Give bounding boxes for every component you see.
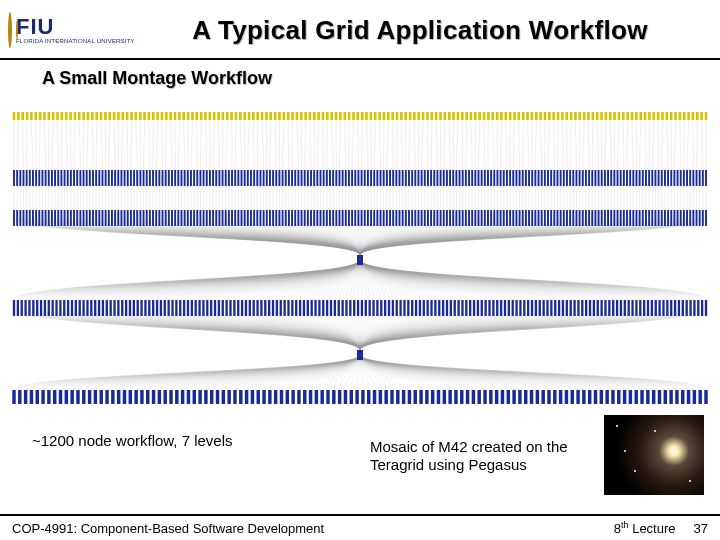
svg-rect-864 xyxy=(489,390,492,404)
svg-rect-98 xyxy=(439,112,442,120)
svg-rect-97 xyxy=(435,112,438,120)
svg-rect-125 xyxy=(557,112,560,120)
svg-rect-745 xyxy=(570,300,572,316)
svg-rect-167 xyxy=(35,170,37,186)
svg-rect-393 xyxy=(54,210,56,226)
svg-rect-67 xyxy=(304,112,307,120)
svg-rect-11 xyxy=(61,112,64,120)
svg-rect-870 xyxy=(524,390,527,404)
svg-rect-554 xyxy=(563,210,565,226)
svg-rect-441 xyxy=(206,210,208,226)
svg-rect-729 xyxy=(508,300,510,316)
svg-rect-793 xyxy=(76,390,79,404)
svg-rect-677 xyxy=(307,300,309,316)
svg-rect-472 xyxy=(304,210,306,226)
svg-rect-716 xyxy=(457,300,459,316)
svg-rect-895 xyxy=(669,390,672,404)
svg-rect-602 xyxy=(17,300,19,316)
svg-rect-45 xyxy=(209,112,212,120)
svg-rect-731 xyxy=(515,300,517,316)
svg-rect-474 xyxy=(310,210,312,226)
svg-rect-691 xyxy=(361,300,363,316)
svg-rect-81 xyxy=(365,112,368,120)
svg-rect-57 xyxy=(261,112,264,120)
svg-rect-562 xyxy=(588,210,590,226)
svg-rect-411 xyxy=(111,210,113,226)
svg-rect-592 xyxy=(683,210,685,226)
svg-rect-580 xyxy=(645,210,647,226)
svg-rect-208 xyxy=(165,170,167,186)
svg-rect-339 xyxy=(579,170,581,186)
svg-rect-77 xyxy=(348,112,351,120)
svg-rect-426 xyxy=(158,210,160,226)
svg-rect-516 xyxy=(443,210,445,226)
svg-rect-256 xyxy=(316,170,318,186)
svg-rect-618 xyxy=(79,300,81,316)
svg-rect-859 xyxy=(460,390,463,404)
svg-rect-901 xyxy=(704,390,707,404)
svg-rect-354 xyxy=(626,170,628,186)
svg-rect-661 xyxy=(245,300,247,316)
svg-rect-601 xyxy=(13,300,15,316)
svg-rect-241 xyxy=(269,170,271,186)
svg-rect-436 xyxy=(190,210,192,226)
svg-rect-518 xyxy=(449,210,451,226)
svg-rect-262 xyxy=(335,170,337,186)
svg-rect-225 xyxy=(218,170,220,186)
svg-rect-469 xyxy=(294,210,296,226)
svg-rect-812 xyxy=(187,390,190,404)
svg-rect-773 xyxy=(678,300,680,316)
svg-rect-392 xyxy=(51,210,53,226)
svg-rect-884 xyxy=(605,390,608,404)
svg-rect-860 xyxy=(466,390,469,404)
svg-rect-135 xyxy=(600,112,603,120)
svg-rect-445 xyxy=(218,210,220,226)
svg-rect-350 xyxy=(613,170,615,186)
svg-rect-853 xyxy=(425,390,428,404)
svg-rect-331 xyxy=(553,170,555,186)
svg-rect-743 xyxy=(562,300,564,316)
svg-rect-239 xyxy=(263,170,265,186)
svg-rect-186 xyxy=(95,170,97,186)
svg-rect-794 xyxy=(82,390,85,404)
svg-rect-782 xyxy=(12,390,15,404)
svg-rect-380 xyxy=(13,210,15,226)
svg-rect-89 xyxy=(400,112,403,120)
svg-rect-25 xyxy=(122,112,125,120)
svg-rect-892 xyxy=(652,390,655,404)
svg-rect-121 xyxy=(539,112,542,120)
svg-rect-533 xyxy=(497,210,499,226)
svg-rect-246 xyxy=(285,170,287,186)
svg-rect-400 xyxy=(76,210,78,226)
svg-rect-610 xyxy=(48,300,50,316)
svg-rect-668 xyxy=(272,300,274,316)
svg-rect-294 xyxy=(436,170,438,186)
svg-rect-867 xyxy=(507,390,510,404)
svg-rect-272 xyxy=(367,170,369,186)
svg-rect-358 xyxy=(639,170,641,186)
header: FIU FLORIDA INTERNATIONAL UNIVERSITY A T… xyxy=(0,0,720,60)
svg-rect-295 xyxy=(440,170,442,186)
svg-rect-220 xyxy=(203,170,205,186)
svg-rect-389 xyxy=(41,210,43,226)
svg-rect-496 xyxy=(380,210,382,226)
svg-rect-850 xyxy=(408,390,411,404)
svg-rect-678 xyxy=(311,300,313,316)
svg-rect-804 xyxy=(140,390,143,404)
svg-rect-559 xyxy=(579,210,581,226)
svg-rect-401 xyxy=(79,210,81,226)
svg-rect-163 xyxy=(23,170,25,186)
svg-rect-797 xyxy=(99,390,102,404)
svg-rect-124 xyxy=(552,112,555,120)
svg-rect-483 xyxy=(339,210,341,226)
svg-rect-725 xyxy=(492,300,494,316)
svg-rect-263 xyxy=(339,170,341,186)
svg-rect-427 xyxy=(162,210,164,226)
svg-rect-351 xyxy=(617,170,619,186)
svg-rect-33 xyxy=(156,112,159,120)
svg-rect-44 xyxy=(204,112,207,120)
svg-rect-692 xyxy=(365,300,367,316)
svg-rect-379 xyxy=(705,170,707,186)
svg-rect-154 xyxy=(683,112,686,120)
svg-rect-172 xyxy=(51,170,53,186)
